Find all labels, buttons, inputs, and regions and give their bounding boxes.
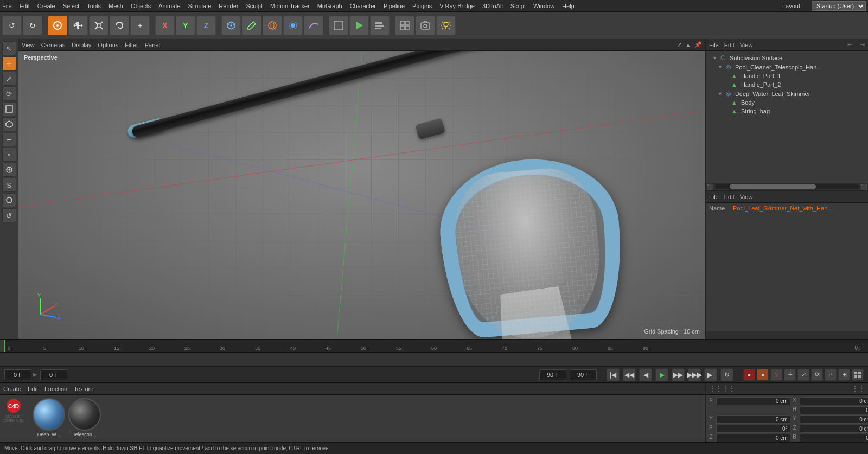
- coord-p-rot[interactable]: [716, 425, 790, 433]
- end-frame-input[interactable]: [539, 369, 566, 380]
- tree-item-string-bag[interactable]: ▶ ▲ String_bag: [706, 107, 868, 116]
- sidebar-rotate[interactable]: ⟳: [2, 87, 16, 101]
- redo-button[interactable]: ↻: [23, 16, 42, 35]
- cube-button[interactable]: [221, 16, 241, 35]
- tree-item-pool-cleaner[interactable]: ▼ ◎ Pool_Cleaner_Telescopic_Han...: [706, 62, 868, 72]
- current-frame-input[interactable]: [4, 369, 31, 380]
- viewport-menu-panel[interactable]: Panel: [145, 42, 160, 48]
- menu-sculpt[interactable]: Sculpt: [246, 3, 263, 9]
- menu-animate[interactable]: Animate: [158, 3, 180, 9]
- attr-manager-scrollbar[interactable]: [706, 331, 868, 339]
- render-queue-button[interactable]: [370, 16, 390, 35]
- key-scale-button[interactable]: ⤢: [797, 369, 809, 381]
- obj-menu-edit[interactable]: Edit: [724, 42, 735, 48]
- menu-select[interactable]: Select: [63, 3, 80, 9]
- sidebar-sculpt[interactable]: S: [2, 178, 16, 192]
- menu-edit[interactable]: Edit: [20, 3, 30, 9]
- prev-frame-button[interactable]: ◀: [639, 368, 652, 381]
- scale-tool[interactable]: [89, 16, 108, 35]
- menu-create[interactable]: Create: [37, 3, 55, 9]
- menu-tools[interactable]: Tools: [87, 3, 101, 9]
- 3d-viewport[interactable]: Perspective Grid Spacing : 10 cm X Y Z: [18, 51, 705, 339]
- coord-b-rot[interactable]: [800, 434, 868, 442]
- coord-x-size[interactable]: [800, 397, 868, 405]
- menu-script[interactable]: Script: [510, 3, 526, 9]
- y-axis-button[interactable]: Y: [176, 16, 195, 35]
- coord-y-pos[interactable]: [716, 415, 790, 424]
- light-btn[interactable]: [436, 16, 456, 35]
- mat-menu-create[interactable]: Create: [3, 386, 21, 392]
- key-point-button[interactable]: ⊞: [838, 369, 850, 381]
- viewport-render-button[interactable]: [329, 16, 348, 35]
- grid-btn[interactable]: [395, 16, 414, 35]
- coord-y-size[interactable]: [800, 415, 868, 424]
- viewport-pin-icon[interactable]: 📌: [694, 41, 702, 48]
- mat-menu-function[interactable]: Function: [44, 386, 67, 392]
- key-param-button[interactable]: P: [825, 369, 837, 381]
- menu-window[interactable]: Window: [533, 3, 554, 9]
- layout-selector[interactable]: Startup (User): [812, 1, 866, 11]
- live-select-tool[interactable]: [48, 16, 67, 35]
- coord-h-rot[interactable]: [800, 406, 868, 414]
- scrollbar-track[interactable]: [715, 184, 859, 189]
- sidebar-select[interactable]: ↖: [2, 41, 16, 55]
- key-rotate-button[interactable]: ⟳: [811, 369, 823, 381]
- tree-item-body[interactable]: ▶ ▲ Body: [706, 98, 868, 107]
- loop-button[interactable]: ↻: [720, 368, 733, 381]
- key-move-button[interactable]: ✛: [784, 369, 796, 381]
- menu-help[interactable]: Help: [562, 3, 575, 9]
- attr-menu-view[interactable]: View: [740, 194, 753, 200]
- transform-tool[interactable]: +: [130, 16, 150, 35]
- viewport-up-icon[interactable]: ▲: [685, 42, 691, 48]
- viewport-menu-cameras[interactable]: Cameras: [41, 42, 66, 48]
- sidebar-anim[interactable]: ↺: [2, 208, 16, 222]
- coord-x-pos[interactable]: [716, 397, 790, 405]
- tree-item-handle1[interactable]: ▶ ▲ Handle_Part_1: [706, 72, 868, 80]
- sidebar-paint[interactable]: [2, 163, 16, 177]
- menu-character[interactable]: Character: [350, 3, 376, 9]
- sidebar-point[interactable]: •: [2, 148, 16, 162]
- object-manager-scrollbar[interactable]: ⬛ ⬛: [706, 183, 868, 190]
- pen-button[interactable]: [242, 16, 261, 35]
- record-all-button[interactable]: ●: [743, 369, 755, 381]
- attr-menu-file[interactable]: File: [709, 194, 719, 200]
- tree-item-deep-water[interactable]: ▼ ◎ Deep_Water_Leaf_Skimmer: [706, 89, 868, 98]
- viewport-menu-filter[interactable]: Filter: [125, 42, 138, 48]
- coord-z-pos[interactable]: [800, 425, 868, 433]
- menu-pipeline[interactable]: Pipeline: [384, 3, 405, 9]
- menu-file[interactable]: File: [2, 3, 12, 9]
- material-telescopic[interactable]: Telescop...: [68, 398, 101, 437]
- obj-menu-file[interactable]: File: [709, 42, 719, 48]
- camera-view-btn[interactable]: [416, 16, 435, 35]
- next-frame-button[interactable]: ▶▶: [672, 368, 685, 381]
- menu-simulate[interactable]: Simulate: [188, 3, 212, 9]
- sidebar-scale[interactable]: ⤢: [2, 72, 16, 86]
- menu-mograph[interactable]: MoGraph: [317, 3, 342, 9]
- next-key-button[interactable]: ▶▶▶: [688, 368, 701, 381]
- x-axis-button[interactable]: X: [155, 16, 175, 35]
- tree-item-subdivision[interactable]: ▼ ⬡ Subdivision Surface: [706, 53, 868, 62]
- sphere-button[interactable]: [263, 16, 282, 35]
- viewport-menu-display[interactable]: Display: [72, 42, 91, 48]
- end-frame-input2[interactable]: [570, 369, 597, 380]
- coord-drag-handle[interactable]: ⋮⋮: [709, 385, 722, 393]
- prev-key-button[interactable]: ◀◀: [623, 368, 636, 381]
- obj-menu-view[interactable]: View: [740, 42, 753, 48]
- menu-mesh[interactable]: Mesh: [108, 3, 123, 9]
- spline-button[interactable]: [304, 16, 323, 35]
- sidebar-texture[interactable]: [2, 193, 16, 207]
- sidebar-polygon[interactable]: [2, 117, 16, 131]
- undo-button[interactable]: ↺: [2, 16, 22, 35]
- menu-render[interactable]: Render: [219, 3, 238, 9]
- mat-menu-edit[interactable]: Edit: [28, 386, 38, 392]
- coord-drag-handle3[interactable]: ⋮⋮: [852, 385, 865, 393]
- material-deep-water[interactable]: Deep_W...: [33, 398, 65, 437]
- sidebar-edge[interactable]: ━: [2, 132, 16, 146]
- menu-motion-tracker[interactable]: Motion Tracker: [270, 3, 310, 9]
- viewport-menu-options[interactable]: Options: [98, 42, 118, 48]
- record-button[interactable]: ●: [757, 369, 769, 381]
- frame-arrows[interactable]: ▶: [33, 371, 37, 378]
- play-button[interactable]: ▶: [655, 368, 668, 381]
- menu-plugins[interactable]: Plugins: [412, 3, 432, 9]
- coord-drag-handle2[interactable]: ⋮⋮: [722, 385, 735, 393]
